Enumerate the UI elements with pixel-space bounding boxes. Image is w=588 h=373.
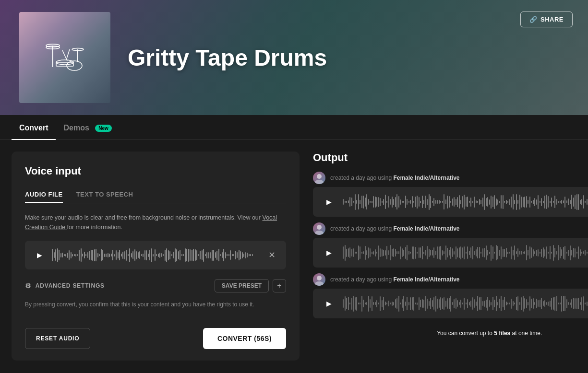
convert-button[interactable]: CONVERT (56S) — [203, 328, 286, 349]
tab-demos[interactable]: Demos New — [56, 115, 119, 140]
info-text: Make sure your audio is clear and free f… — [25, 213, 286, 232]
output-player-1: ▶ ⬇ ⬆ 🔗 — [313, 187, 588, 217]
play-output-2[interactable]: ▶ — [322, 245, 336, 260]
gear-icon: ⚙ — [25, 282, 32, 290]
output-meta-1: created a day ago using Female Indie/Alt… — [313, 172, 588, 184]
svg-point-14 — [317, 276, 322, 280]
output-meta-3: created a day ago using Female Indie/Alt… — [313, 273, 588, 286]
waveform-output-2 — [343, 244, 588, 262]
close-audio-button[interactable]: ✕ — [265, 249, 278, 261]
avatar-1 — [313, 172, 325, 184]
sub-tabs: AUDIO FILE TEXT TO SPEECH — [25, 187, 286, 203]
meta-text-2: created a day ago using Female Indie/Alt… — [330, 225, 459, 232]
advanced-settings-label: ⚙ ADVANCED SETTINGS — [25, 282, 105, 290]
avatar-2 — [313, 222, 325, 235]
right-panel: Output created a day ago using Female In… — [300, 152, 588, 361]
svg-point-5 — [67, 61, 82, 70]
sub-tab-audio-file[interactable]: AUDIO FILE — [25, 187, 63, 203]
voice-input-title: Voice input — [25, 165, 286, 177]
sub-tab-tts[interactable]: TEXT TO SPEECH — [76, 187, 133, 203]
play-output-3[interactable]: ▶ — [322, 296, 336, 311]
waveform-output-1 — [343, 193, 588, 211]
link-icon: 🔗 — [529, 16, 538, 23]
album-art — [19, 12, 110, 103]
action-row: RESET AUDIO CONVERT (56S) — [25, 328, 286, 349]
output-meta-2: created a day ago using Female Indie/Alt… — [313, 222, 588, 235]
limit-count: 5 files — [494, 330, 512, 337]
svg-point-11 — [315, 180, 324, 184]
waveform-output-3 — [343, 294, 588, 313]
svg-point-15 — [315, 281, 324, 286]
meta-text-3: created a day ago using Female Indie/Alt… — [330, 276, 459, 283]
output-item-3: created a day ago using Female Indie/Alt… — [313, 273, 588, 318]
confirm-text: By pressing convert, you confirm that th… — [25, 300, 286, 315]
svg-point-13 — [315, 231, 324, 235]
output-player-2: ▶ ⬇ ⬆ 🔗 — [313, 238, 588, 268]
save-preset-button[interactable]: SAVE PRESET — [215, 279, 269, 292]
advanced-row: ⚙ ADVANCED SETTINGS SAVE PRESET + — [25, 279, 286, 292]
play-output-1[interactable]: ▶ — [322, 195, 336, 209]
svg-line-9 — [66, 49, 70, 60]
hero-section: Gritty Tape Drums 🔗 SHARE — [0, 0, 588, 115]
svg-point-12 — [317, 225, 322, 230]
output-item-2: created a day ago using Female Indie/Alt… — [313, 222, 588, 268]
tab-convert[interactable]: Convert — [12, 115, 56, 140]
share-button[interactable]: 🔗 SHARE — [520, 12, 573, 27]
new-badge: New — [95, 125, 112, 132]
preset-row: SAVE PRESET + — [215, 279, 286, 292]
output-item-1: created a day ago using Female Indie/Alt… — [313, 172, 588, 217]
limit-text: You can convert up to 5 files at one tim… — [313, 330, 588, 337]
reset-audio-button[interactable]: RESET AUDIO — [25, 328, 90, 349]
svg-point-10 — [317, 174, 322, 179]
waveform-small — [52, 246, 260, 264]
avatar-3 — [313, 273, 325, 286]
drum-icon — [43, 41, 86, 74]
meta-text-1: created a day ago using Female Indie/Alt… — [330, 175, 459, 181]
audio-player-bar: ▶ ✕ — [25, 241, 286, 269]
tabs-bar: Convert Demos New — [0, 115, 588, 140]
output-title: Output — [313, 152, 588, 164]
play-button-small[interactable]: ▶ — [33, 248, 46, 262]
add-preset-button[interactable]: + — [273, 279, 286, 292]
output-player-3: ▶ ⬇ ⬆ 🔗 — [313, 289, 588, 318]
main-content: Voice input AUDIO FILE TEXT TO SPEECH Ma… — [0, 140, 588, 372]
left-panel: Voice input AUDIO FILE TEXT TO SPEECH Ma… — [12, 152, 300, 361]
hero-title: Gritty Tape Drums — [128, 45, 327, 71]
